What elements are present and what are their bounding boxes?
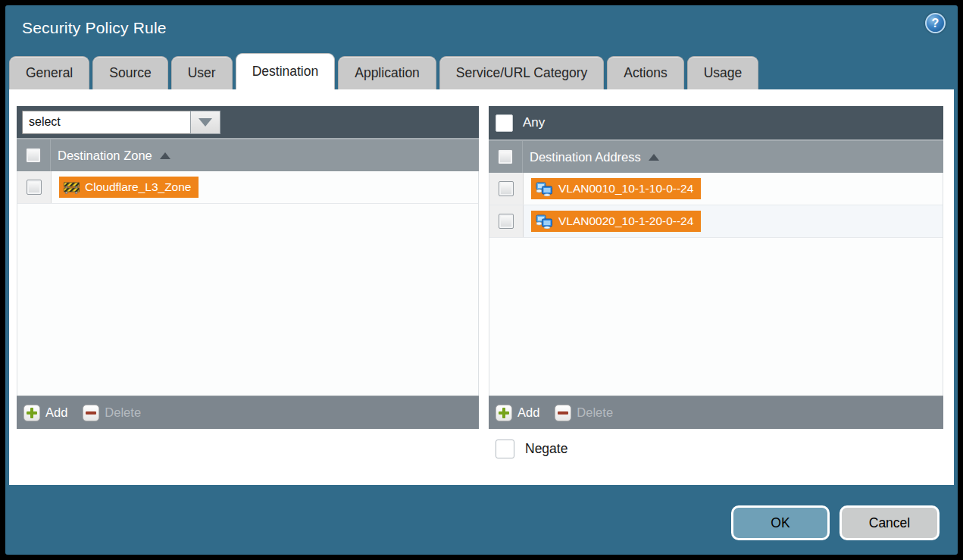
table-row[interactable]: Cloudflare_L3_Zone [17, 171, 478, 204]
any-label: Any [523, 115, 545, 130]
tab-general[interactable]: General [9, 56, 89, 89]
sort-ascending-icon [649, 154, 659, 161]
tab-content-destination: select Destination Zone [9, 89, 954, 485]
help-icon[interactable]: ? [925, 13, 946, 33]
zone-select-input[interactable]: select [22, 111, 190, 134]
tab-destination[interactable]: Destination [236, 53, 336, 89]
tab-application[interactable]: Application [338, 56, 436, 89]
zone-select-combo: select [22, 111, 220, 134]
address-grid-footer: Add Delete [489, 396, 943, 429]
table-row[interactable]: VLAN0010_10-1-10-0--24 [489, 173, 943, 205]
destination-address-panel: Any Destination Address [489, 106, 943, 429]
address-row-checkbox-cell [489, 173, 524, 205]
zone-select-all-checkbox[interactable] [26, 148, 41, 163]
zone-row-checkbox[interactable] [27, 180, 42, 195]
ok-button[interactable]: OK [731, 505, 830, 540]
zone-grid-header: Destination Zone [17, 138, 479, 171]
negate-label: Negate [525, 441, 567, 457]
tab-user[interactable]: User [171, 56, 233, 89]
address-column-header[interactable]: Destination Address [523, 150, 659, 164]
any-checkbox[interactable] [496, 114, 513, 132]
network-address-icon [536, 214, 553, 229]
address-row-checkbox-cell [489, 205, 524, 237]
zone-grid-footer: Add Delete [17, 396, 479, 429]
chevron-down-icon [199, 118, 212, 127]
address-add-button[interactable]: Add [496, 405, 539, 421]
dialog-title: Security Policy Rule [22, 19, 167, 37]
network-address-icon [536, 182, 553, 196]
address-header-checkbox-cell [489, 141, 523, 173]
address-item[interactable]: VLAN0010_10-1-10-0--24 [531, 178, 701, 199]
zone-item-label: Cloudflare_L3_Zone [85, 180, 191, 194]
zone-delete-button[interactable]: Delete [83, 405, 141, 421]
address-delete-label: Delete [577, 405, 613, 420]
delete-icon [83, 405, 99, 421]
zone-toolbar: select [17, 106, 479, 138]
address-any-bar: Any [489, 106, 943, 139]
zone-header-checkbox-cell [17, 139, 51, 171]
zone-add-label: Add [45, 405, 67, 420]
address-select-all-checkbox[interactable] [498, 149, 513, 164]
cancel-button[interactable]: Cancel [839, 505, 940, 540]
zone-item[interactable]: Cloudflare_L3_Zone [59, 177, 199, 198]
address-add-label: Add [517, 405, 539, 420]
tab-bar: General Source User Destination Applicat… [9, 53, 954, 89]
zone-icon [64, 181, 80, 194]
address-delete-button[interactable]: Delete [555, 405, 613, 421]
zone-grid-body: Cloudflare_L3_Zone [17, 171, 479, 396]
negate-checkbox[interactable] [496, 440, 514, 458]
tab-usage[interactable]: Usage [687, 56, 759, 89]
zone-column-header-label: Destination Zone [58, 149, 152, 163]
negate-option: Negate [496, 440, 567, 458]
delete-icon [555, 405, 571, 421]
tab-service-url-category[interactable]: Service/URL Category [439, 56, 604, 89]
zone-row-checkbox-cell [17, 171, 52, 203]
address-grid-body: VLAN0010_10-1-10-0--24 [489, 173, 943, 396]
address-column-header-label: Destination Address [530, 150, 641, 164]
security-policy-rule-dialog: Security Policy Rule ? General Source Us… [5, 5, 958, 555]
address-grid-header: Destination Address [489, 139, 943, 173]
tab-actions[interactable]: Actions [607, 56, 683, 89]
address-item-label: VLAN0010_10-1-10-0--24 [558, 182, 693, 196]
zone-add-button[interactable]: Add [23, 405, 67, 421]
security-policy-rule-dialog-screen: Security Policy Rule ? General Source Us… [0, 0, 963, 560]
destination-zone-panel: select Destination Zone [17, 106, 479, 429]
tab-source[interactable]: Source [92, 56, 167, 89]
zone-column-header[interactable]: Destination Zone [51, 149, 170, 163]
address-row-checkbox[interactable] [499, 214, 514, 229]
sort-ascending-icon [160, 152, 170, 159]
zone-select-dropdown-button[interactable] [190, 111, 220, 134]
address-row-checkbox[interactable] [499, 181, 514, 196]
zone-delete-label: Delete [105, 405, 141, 420]
add-icon [496, 405, 512, 421]
add-icon [23, 405, 40, 421]
address-item-label: VLAN0020_10-1-20-0--24 [558, 214, 693, 228]
table-row[interactable]: VLAN0020_10-1-20-0--24 [489, 205, 943, 238]
address-item[interactable]: VLAN0020_10-1-20-0--24 [531, 211, 701, 232]
